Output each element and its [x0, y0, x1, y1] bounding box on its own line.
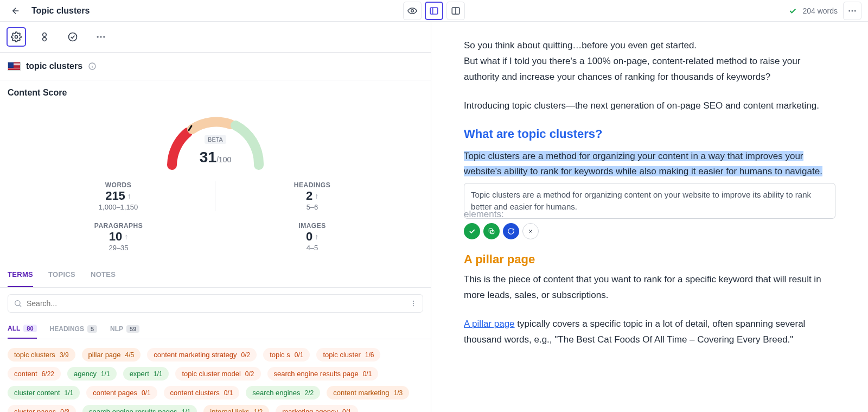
- term-pill[interactable]: marketing agency0/1: [276, 405, 358, 412]
- term-pill[interactable]: content marketing1/3: [327, 386, 409, 400]
- pill-name: cluster content: [14, 389, 60, 397]
- svg-rect-7: [43, 33, 47, 37]
- done-button[interactable]: [63, 27, 82, 47]
- split-view-button[interactable]: [446, 2, 465, 20]
- svg-point-4: [852, 10, 853, 11]
- filter-headings[interactable]: HEADINGS5: [50, 319, 97, 339]
- pill-count: 1/3: [394, 389, 403, 397]
- check-icon: [788, 7, 797, 15]
- term-pill[interactable]: content6/22: [8, 367, 61, 381]
- arrow-up-icon: ↑: [127, 192, 131, 200]
- tab-terms[interactable]: TERMS: [8, 263, 33, 287]
- accept-button[interactable]: [464, 223, 480, 239]
- term-pill[interactable]: topic cluster1/6: [316, 348, 380, 362]
- pill-name: search engine results page: [274, 370, 359, 378]
- copy-button[interactable]: [483, 223, 500, 239]
- editor-pane[interactable]: So you think about quitting…before you e…: [431, 22, 868, 412]
- pill-name: content: [14, 370, 37, 378]
- term-pill[interactable]: content clusters0/1: [164, 386, 240, 400]
- filter-tabs: ALL80 HEADINGS5 NLP59: [0, 319, 431, 339]
- term-pill[interactable]: agency1/1: [67, 367, 117, 381]
- tab-notes[interactable]: NOTES: [91, 263, 116, 287]
- info-icon[interactable]: [88, 62, 97, 71]
- pills-container: topic clusters3/9pillar page4/5content m…: [0, 339, 431, 412]
- pill-name: content marketing strategy: [154, 351, 237, 359]
- svg-rect-1: [430, 8, 438, 14]
- svg-point-6: [15, 36, 18, 39]
- filter-all[interactable]: ALL80: [8, 319, 37, 339]
- pill-name: pillar page: [88, 351, 121, 359]
- settings-button[interactable]: [7, 27, 26, 47]
- term-pill[interactable]: topic cluster model0/2: [175, 367, 260, 381]
- term-pill[interactable]: content pages0/1: [86, 386, 157, 400]
- more-menu-button[interactable]: [843, 2, 861, 20]
- term-pill[interactable]: topic s0/1: [263, 348, 310, 362]
- filter-nlp[interactable]: NLP59: [110, 319, 139, 339]
- term-pill[interactable]: search engine results page0/1: [267, 367, 379, 381]
- svg-point-15: [15, 301, 20, 306]
- pill-name: content pages: [93, 389, 137, 397]
- svg-point-11: [100, 36, 101, 37]
- regenerate-button[interactable]: [503, 223, 519, 239]
- pill-count: 1/1: [65, 389, 74, 397]
- pill-count: 0/1: [295, 351, 304, 359]
- search-box[interactable]: [8, 294, 423, 313]
- inline-link[interactable]: A pillar page: [464, 319, 515, 329]
- left-toolbar: [0, 22, 431, 53]
- paragraph-text: A pillar page typically covers a specifi…: [464, 316, 835, 348]
- svg-point-10: [97, 36, 99, 37]
- editor-view-button[interactable]: [425, 2, 443, 20]
- svg-point-18: [413, 305, 414, 306]
- preview-view-button[interactable]: [403, 2, 422, 20]
- arrow-up-icon: ↑: [315, 232, 318, 241]
- svg-point-3: [848, 10, 850, 11]
- term-pill[interactable]: pillar page4/5: [82, 348, 141, 362]
- svg-rect-8: [43, 37, 47, 41]
- pill-count: 1/1: [182, 408, 191, 413]
- highlighted-text[interactable]: Topic clusters are a method for organizi…: [464, 151, 822, 177]
- content-score-title: Content Score: [0, 80, 431, 105]
- score-value: 31/100: [200, 149, 231, 166]
- pill-name: topic cluster model: [182, 370, 240, 378]
- term-pill[interactable]: cluster content1/1: [8, 386, 80, 400]
- tab-topics[interactable]: TOPICS: [48, 263, 75, 287]
- suggestion-actions: [464, 223, 835, 239]
- refresh-icon: [507, 227, 515, 235]
- term-pill[interactable]: expert1/1: [123, 367, 169, 381]
- pill-name: cluster pages: [14, 408, 56, 412]
- link-icon: [39, 31, 50, 42]
- pill-count: 1/2: [254, 408, 263, 413]
- pill-name: expert: [130, 370, 149, 378]
- more-horizontal-icon: [847, 6, 857, 16]
- flag-us-icon: [8, 62, 21, 71]
- pill-name: content clusters: [170, 389, 220, 397]
- top-bar: Topic clusters 204 words: [0, 0, 868, 22]
- stats-grid: WORDS 215↑ 1,000–1,150 HEADINGS 2↑ 5–6 P…: [0, 176, 431, 263]
- search-input[interactable]: [27, 299, 405, 308]
- term-pill[interactable]: cluster pages0/3: [8, 405, 76, 412]
- keyword-text: topic clusters: [26, 61, 82, 71]
- pill-name: topic s: [270, 351, 290, 359]
- link-button[interactable]: [35, 27, 54, 47]
- back-button[interactable]: [7, 2, 25, 20]
- term-pill[interactable]: search engines2/2: [246, 386, 320, 400]
- overflow-button[interactable]: [91, 27, 111, 47]
- left-panel: topic clusters Content Score BETA 31/100…: [0, 22, 431, 412]
- ai-suggestion-box: Topic clusters are a method for organizi…: [464, 183, 835, 219]
- stat-images: IMAGES 0↑ 4–5: [215, 222, 409, 252]
- view-toggle-group: [403, 2, 465, 20]
- term-pill[interactable]: topic clusters3/9: [8, 348, 75, 362]
- pill-count: 1/1: [101, 370, 110, 378]
- pill-count: 0/3: [60, 408, 69, 413]
- pill-count: 1/1: [154, 370, 163, 378]
- pill-count: 4/5: [125, 351, 135, 359]
- term-pill[interactable]: internal links1/2: [203, 405, 269, 412]
- pill-count: 0/2: [245, 370, 254, 378]
- svg-point-0: [411, 9, 414, 12]
- check-icon: [468, 227, 476, 235]
- term-pill[interactable]: content marketing strategy0/2: [147, 348, 257, 362]
- more-vertical-icon[interactable]: [410, 300, 417, 307]
- score-gauge: BETA 31/100: [161, 111, 270, 170]
- dismiss-button[interactable]: [522, 223, 539, 239]
- term-pill[interactable]: search engine results pages1/1: [82, 405, 197, 412]
